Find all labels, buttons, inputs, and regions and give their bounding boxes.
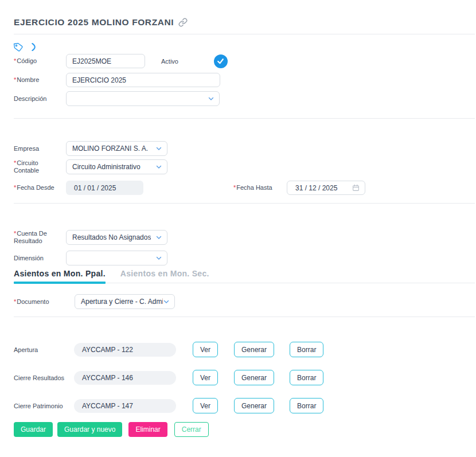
descripcion-label: Descripción [14, 95, 66, 103]
cuenta-value: Resultados No Asignados [72, 233, 151, 241]
codigo-input[interactable] [66, 54, 145, 68]
apertura-generar-button[interactable]: Generar [234, 342, 274, 357]
tab-bar: Asientos en Mon. Ppal. Asientos en Mon. … [14, 269, 475, 283]
row-descripcion: Descripción [14, 91, 475, 106]
chevron-right-icon[interactable] [31, 43, 37, 51]
form-actions: Guardar Guardar y nuevo Eliminar Cerrar [14, 422, 475, 437]
page-title: EJERCICIO 2025 MOLINO FORZANI [14, 17, 174, 28]
cierre-resultados-document-field: AYCCAMP - 146 [74, 371, 176, 385]
row-empresa: Empresa MOLINO FORZANI S. A. [14, 141, 475, 156]
circuito-select[interactable]: Circuito Administrativo [66, 159, 167, 174]
cuenta-label: *Cuenta De Resultado [14, 230, 66, 244]
fecha-desde-input: 01 / 01 / 2025 [66, 181, 143, 195]
guardar-y-nuevo-button[interactable]: Guardar y nuevo [57, 422, 122, 437]
guardar-button[interactable]: Guardar [14, 422, 53, 437]
chevron-down-icon [208, 95, 214, 102]
cierre-patrimonio-label: Cierre Patrimonio [14, 403, 74, 409]
required-marker: * [14, 298, 16, 305]
required-marker: * [14, 57, 16, 64]
section-divider [14, 118, 475, 119]
row-fechas: *Fecha Desde 01 / 01 / 2025 *Fecha Hasta… [14, 181, 475, 195]
tab-asientos-mon-ppal[interactable]: Asientos en Mon. Ppal. [14, 269, 106, 283]
documento-value: Apertura y Cierre - C. Admi [81, 298, 163, 306]
eliminar-button[interactable]: Eliminar [128, 422, 167, 437]
cerrar-button[interactable]: Cerrar [174, 422, 209, 437]
row-cuenta: *Cuenta De Resultado Resultados No Asign… [14, 230, 475, 245]
fiscal-year-form-page: { "page": { "title": "EJERCICIO 2025 MOL… [0, 0, 476, 457]
cierre-resultados-borrar-button[interactable]: Borrar [290, 370, 323, 385]
row-codigo: *Código Activo [14, 54, 475, 68]
required-marker: * [14, 76, 16, 83]
fecha-hasta-input[interactable]: 31 / 12 / 2025 [287, 181, 365, 195]
entry-row-cierre-patrimonio: Cierre Patrimonio AYCCAMP - 147 Ver Gene… [14, 398, 475, 413]
page-header: EJERCICIO 2025 MOLINO FORZANI [14, 17, 475, 28]
apertura-document-field: AYCCAMP - 122 [74, 343, 176, 357]
chevron-down-icon [155, 234, 162, 241]
descripcion-select[interactable] [66, 91, 220, 106]
title-divider [14, 34, 475, 34]
circuito-value: Circuito Administrativo [72, 163, 141, 171]
empresa-value: MOLINO FORZANI S. A. [72, 144, 148, 153]
empresa-label: Empresa [14, 145, 66, 153]
row-dimension: Dimensión [14, 251, 475, 265]
form-toolbar [14, 42, 475, 52]
fecha-desde-label: *Fecha Desde [14, 184, 66, 192]
cierre-patrimonio-document-field: AYCCAMP - 147 [74, 399, 176, 413]
documento-select[interactable]: Apertura y Cierre - C. Admi [75, 294, 175, 309]
empresa-select[interactable]: MOLINO FORZANI S. A. [66, 141, 167, 156]
dimension-select[interactable] [66, 251, 167, 265]
row-documento: *Documento Apertura y Cierre - C. Admi [14, 294, 475, 309]
calendar-icon[interactable] [352, 184, 360, 192]
chevron-down-icon [163, 298, 170, 305]
tag-icon[interactable] [14, 42, 24, 52]
chevron-down-icon [155, 145, 162, 152]
cierre-resultados-label: Cierre Resultados [14, 374, 74, 381]
link-icon[interactable] [178, 18, 188, 27]
circuito-label: *Circuito Contable [14, 159, 66, 174]
cierre-patrimonio-ver-button[interactable]: Ver [193, 398, 218, 413]
activo-label: Activo [161, 58, 178, 65]
documento-label: *Documento [14, 298, 75, 306]
section-divider [14, 317, 475, 317]
row-circuito: *Circuito Contable Circuito Administrati… [14, 159, 475, 174]
tab-active-indicator [14, 282, 106, 284]
cierre-patrimonio-generar-button[interactable]: Generar [234, 398, 274, 413]
cierre-patrimonio-borrar-button[interactable]: Borrar [290, 398, 323, 413]
entry-row-apertura: Apertura AYCCAMP - 122 Ver Generar Borra… [14, 342, 475, 357]
apertura-borrar-button[interactable]: Borrar [290, 342, 323, 357]
cierre-resultados-ver-button[interactable]: Ver [193, 370, 218, 385]
apertura-label: Apertura [14, 346, 74, 353]
fecha-hasta-label: *Fecha Hasta [233, 184, 287, 192]
chevron-down-icon [155, 163, 162, 170]
cierre-resultados-generar-button[interactable]: Generar [234, 370, 274, 385]
activo-checkbox[interactable] [214, 54, 228, 68]
cuenta-select[interactable]: Resultados No Asignados [66, 230, 167, 245]
codigo-label: *Código [14, 57, 66, 65]
apertura-ver-button[interactable]: Ver [193, 342, 218, 357]
tab-asientos-mon-sec[interactable]: Asientos en Mon. Sec. [120, 269, 209, 283]
entry-row-cierre-resultados: Cierre Resultados AYCCAMP - 146 Ver Gene… [14, 370, 475, 385]
required-marker: * [14, 159, 16, 166]
required-marker: * [14, 184, 16, 191]
required-marker: * [14, 230, 16, 237]
dimension-label: Dimensión [14, 255, 66, 262]
nombre-input[interactable] [66, 73, 220, 87]
chevron-down-icon [155, 255, 162, 261]
nombre-label: *Nombre [14, 76, 66, 84]
section-divider [14, 203, 475, 204]
check-icon [217, 57, 224, 65]
required-marker: * [233, 184, 236, 191]
row-nombre: *Nombre [14, 73, 475, 87]
